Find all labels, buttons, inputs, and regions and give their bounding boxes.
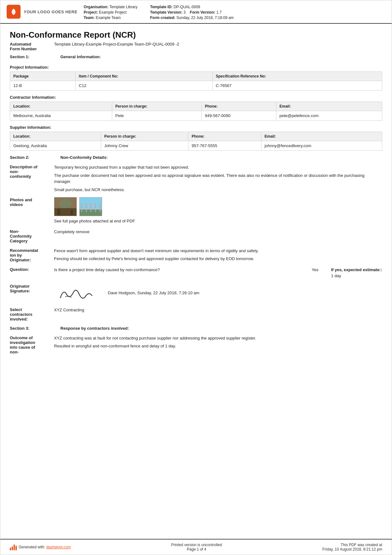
photos-caption: See full page photos attached at end of … [54, 218, 382, 224]
svg-rect-12 [81, 205, 101, 206]
section2-value: Non-Conformity Details: [60, 155, 108, 160]
project-value: Example Project [99, 10, 126, 15]
project-col-package: Package [10, 72, 76, 81]
org-label: Organisation: [84, 5, 108, 9]
description-p3: Small purchase, but NCR nonetheless. [54, 187, 382, 193]
description-value: Temporary fencing purchased from a suppl… [54, 164, 382, 193]
template-version-value: 3 [184, 10, 186, 15]
header-meta: Organisation: Template Library Project: … [84, 3, 385, 20]
footer-center: Printed version is uncontrolled Page 1 o… [171, 543, 222, 552]
contractor-col-person: Person in charge: [112, 102, 201, 111]
team-line: Team: Example Team [84, 16, 138, 20]
logo-text: YOUR LOGO GOES HERE [24, 9, 77, 14]
select-contractors-row: Selectcontractorsinvolved: XYZ Contracti… [10, 307, 382, 321]
supplier-location-value: Geelong, Australia [10, 141, 101, 151]
footer-bar-4 [15, 546, 17, 550]
question-content: Is there a project time delay caused by … [54, 267, 382, 279]
team-label: Team: [84, 16, 95, 20]
signature-image [54, 284, 98, 302]
logo-icon [7, 5, 21, 19]
nc-category-value: Completely remove [54, 229, 382, 235]
footer-bars-icon [10, 544, 17, 550]
project-table-row: 12-B C12 C-76567 [10, 81, 382, 90]
nc-category-row: Non-ConformityCategory Completely remove [10, 229, 382, 243]
footer-logo: Generated with dashpivot.com [10, 544, 71, 550]
recommendation-p1: Fence wasn't form approved supplier and … [54, 248, 382, 254]
question-text: Is there a project time delay caused by … [54, 267, 299, 273]
contractor-col-phone: Phone: [202, 102, 276, 111]
supplier-col-location: Location: [10, 132, 101, 141]
outcome-value: XYZ contracting was at fault for not con… [54, 335, 382, 349]
supplier-table-row: Geelong, Australia Johnny Crew 957-767-5… [10, 141, 382, 151]
contractor-table-header-row: Location: Person in charge: Phone: Email… [10, 102, 382, 111]
template-id-label: Template ID: [150, 5, 173, 9]
section1-header: Section 1: General Information: [10, 54, 382, 59]
footer-generated-text: Generated with [19, 545, 44, 549]
team-value: Example Team [96, 16, 121, 20]
section1-value: General Information: [60, 54, 101, 59]
question-answer-row: Is there a project time delay caused by … [54, 267, 382, 279]
header: YOUR LOGO GOES HERE Organisation: Templa… [0, 0, 392, 24]
footer-center-line2: Page 1 of 4 [171, 547, 222, 552]
outcome-p2: Resulted in wrongful and non-conformant … [54, 343, 382, 349]
svg-rect-8 [86, 203, 87, 212]
form-number-value: Template Library-Example Project-Example… [54, 42, 179, 51]
supplier-table-header-row: Location: Person in charge: Phone: Email… [10, 132, 382, 141]
supplier-phone-value: 957-767-5555 [188, 141, 261, 151]
form-title: Non-Conformance Report (NCR) [10, 30, 382, 40]
footer-right: This PDF was created at Friday, 10 Augus… [322, 543, 382, 552]
originator-sig-value: Dave Hodgson, Sunday, 22 July 2018, 7:26… [54, 284, 382, 302]
footer-center-line1: Printed version is uncontrolled [171, 543, 222, 547]
question-row: Question: Is there a project time delay … [10, 267, 382, 279]
main-content: Non-Conformance Report (NCR) AutomatedFo… [0, 24, 392, 539]
select-contractors-value: XYZ Contracting [54, 307, 382, 313]
signature-area: Dave Hodgson, Sunday, 22 July 2018, 7:26… [54, 284, 382, 302]
photos-label: Photos andvideos [10, 197, 54, 207]
contractor-info-table: Location: Person in charge: Phone: Email… [10, 102, 382, 121]
supplier-col-email: Email: [261, 132, 382, 141]
footer-right-line2: Friday, 10 August 2018, 8:21:12 pm [322, 547, 382, 552]
svg-rect-10 [95, 203, 96, 212]
svg-rect-7 [81, 203, 82, 212]
supplier-col-phone: Phone: [188, 132, 261, 141]
originator-sig-row: OriginatorSignature: Dave Hodgson, Sunda… [10, 284, 382, 302]
section1-label: Section 1: [10, 54, 54, 59]
header-meta-right: Template ID: DP-QUAL-0009 Template Versi… [150, 5, 234, 20]
org-line: Organisation: Template Library [84, 5, 138, 9]
supplier-info-title: Supplier Information: [10, 125, 382, 130]
svg-rect-13 [81, 208, 101, 209]
form-version-label: Form Version: [190, 10, 216, 15]
footer-bar-1 [10, 548, 11, 550]
project-package-value: 12-B [10, 81, 76, 90]
footer-bar-2 [12, 546, 13, 550]
project-info-title: Project Information: [10, 65, 382, 70]
footer: Generated with dashpivot.com Printed ver… [0, 539, 392, 555]
contractor-phone-value: 949-567-0090 [202, 111, 276, 121]
nc-category-label: Non-ConformityCategory [10, 229, 54, 243]
recommendation-p2: Fencing should be collected by Pete's fe… [54, 256, 382, 262]
logo-area: YOUR LOGO GOES HERE [7, 3, 77, 20]
description-p2: The purchase order document had not been… [54, 172, 382, 185]
svg-rect-9 [90, 203, 91, 212]
project-info-table: Package Item / Component No: Specificati… [10, 72, 382, 90]
contractor-col-email: Email: [276, 102, 382, 111]
photos-row: Photos andvideos [10, 197, 382, 224]
section3-header: Section 3: Response by contractors invol… [10, 326, 382, 331]
footer-link[interactable]: dashpivot.com [46, 545, 70, 549]
supplier-email-value: johnny@fencedlivery.com [261, 141, 382, 151]
footer-right-line1: This PDF was created at [322, 543, 382, 547]
contractor-table-row: Melbourne, Australia Pete 949-567-0090 p… [10, 111, 382, 121]
photos-value: See full page photos attached at end of … [54, 197, 382, 224]
photo-container [54, 197, 382, 216]
supplier-info-table: Location: Person in charge: Phone: Email… [10, 132, 382, 151]
form-created-value: Sunday, 22 July 2018, 7:18:09 am [176, 16, 234, 20]
question-estimate-block: If yes, expected estimate:: 1 day [331, 267, 382, 279]
project-item-value: C12 [76, 81, 212, 90]
question-estimate-value: 1 day [331, 273, 382, 279]
form-number-label: AutomatedForm Number [10, 42, 54, 51]
form-number-row: AutomatedForm Number Template Library-Ex… [10, 42, 382, 51]
question-estimate-label: If yes, expected estimate:: [331, 267, 382, 273]
footer-bar-3 [14, 545, 15, 550]
originator-sig-label: OriginatorSignature: [10, 284, 54, 293]
svg-point-2 [59, 199, 72, 208]
